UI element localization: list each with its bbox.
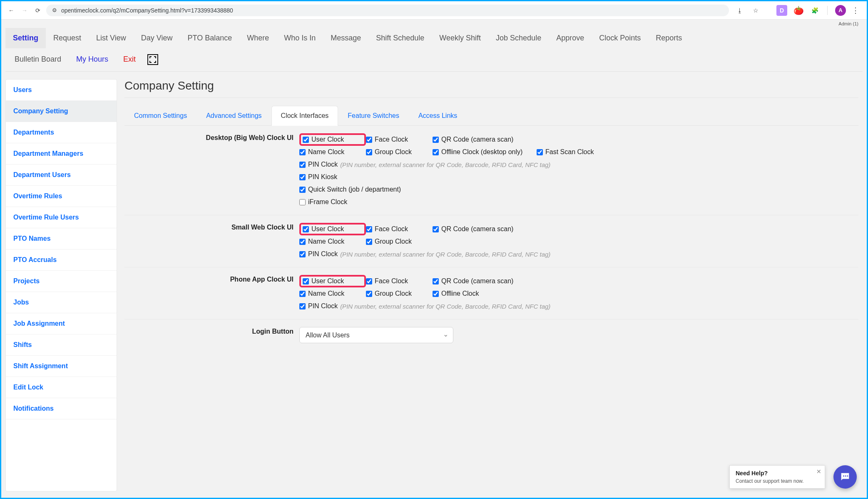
site-info-icon[interactable]: ⚙	[52, 7, 57, 13]
settings-sidebar: UsersCompany SettingDepartmentsDepartmen…	[5, 79, 117, 492]
nav-setting[interactable]: Setting	[5, 28, 46, 48]
sidebar-item-shift-assignment[interactable]: Shift Assignment	[6, 356, 117, 377]
help-title: Need Help?	[736, 470, 812, 477]
checkbox-face-clock[interactable]: Face Clock	[366, 223, 433, 235]
pin-clock-desc: (PIN number, external scanner for QR Cod…	[340, 251, 550, 258]
nav-who-is-in[interactable]: Who Is In	[276, 28, 323, 48]
sidebar-item-departments[interactable]: Departments	[6, 122, 117, 143]
sidebar-item-jobs[interactable]: Jobs	[6, 292, 117, 313]
nav-job-schedule[interactable]: Job Schedule	[488, 28, 549, 48]
bookmark-star-icon[interactable]: ☆	[751, 5, 761, 15]
checkbox-qr-code[interactable]: QR Code (camera scan)	[433, 275, 537, 287]
section-smallweb-clock: Small Web Clock UI User Clock Face Clock…	[124, 215, 858, 267]
nav-list-view[interactable]: List View	[89, 28, 134, 48]
svg-point-2	[847, 475, 848, 477]
tab-common-settings[interactable]: Common Settings	[124, 106, 196, 126]
sidebar-item-notifications[interactable]: Notifications	[6, 398, 117, 419]
checkbox-qr-code[interactable]: QR Code (camera scan)	[433, 133, 537, 146]
close-icon[interactable]: ✕	[816, 468, 821, 475]
checkbox-pin-kiosk[interactable]: PIN Kiosk	[299, 172, 337, 182]
admin-badge: Admin (1)	[5, 20, 863, 26]
nav-request[interactable]: Request	[46, 28, 89, 48]
checkbox-name-clock[interactable]: Name Clock	[299, 236, 366, 247]
checkbox-iframe-clock[interactable]: iFrame Clock	[299, 197, 347, 207]
nav-exit[interactable]: Exit	[116, 50, 143, 69]
section-login-button: Login Button Allow All Users	[124, 319, 858, 351]
browser-toolbar: ← → ⟳ ⚙ opentimeclock.com/q2/mCompanySet…	[1, 1, 867, 20]
checkbox-group-clock[interactable]: Group Clock	[366, 236, 433, 247]
checkbox-user-clock[interactable]: User Clock	[299, 275, 366, 287]
sidebar-item-pto-names[interactable]: PTO Names	[6, 228, 117, 250]
checkbox-name-clock[interactable]: Name Clock	[299, 288, 366, 299]
sidebar-item-overtime-rules[interactable]: Overtime Rules	[6, 186, 117, 207]
nav-pto-balance[interactable]: PTO Balance	[180, 28, 239, 48]
checkbox-face-clock[interactable]: Face Clock	[366, 133, 433, 146]
sidebar-item-department-users[interactable]: Department Users	[6, 165, 117, 186]
nav-shift-schedule[interactable]: Shift Schedule	[368, 28, 432, 48]
nav-message[interactable]: Message	[323, 28, 368, 48]
section-label: Phone App Clock UI	[124, 275, 299, 312]
sidebar-item-company-setting[interactable]: Company Setting	[6, 101, 117, 122]
checkbox-qr-code[interactable]: QR Code (camera scan)	[433, 223, 537, 235]
svg-point-0	[843, 475, 844, 477]
browser-menu-icon[interactable]: ⋮	[852, 6, 859, 15]
extension-d-icon[interactable]: D	[776, 5, 787, 16]
sidebar-item-overtime-rule-users[interactable]: Overtime Rule Users	[6, 207, 117, 228]
help-popup: ✕ Need Help? Contact our support team no…	[729, 465, 825, 489]
pin-clock-desc: (PIN number, external scanner for QR Cod…	[340, 161, 550, 168]
sidebar-item-department-managers[interactable]: Department Managers	[6, 143, 117, 165]
nav-weekly-shift[interactable]: Weekly Shift	[432, 28, 488, 48]
section-label: Small Web Clock UI	[124, 223, 299, 259]
tab-advanced-settings[interactable]: Advanced Settings	[196, 106, 271, 126]
nav-clock-points[interactable]: Clock Points	[592, 28, 648, 48]
install-app-icon[interactable]: ⭳	[735, 5, 745, 15]
address-bar[interactable]: ⚙ opentimeclock.com/q2/mCompanySetting.h…	[46, 5, 729, 16]
url-text: opentimeclock.com/q2/mCompanySetting.htm…	[61, 7, 233, 14]
checkbox-fast-scan-clock[interactable]: Fast Scan Clock	[537, 147, 620, 157]
nav-reports[interactable]: Reports	[648, 28, 689, 48]
checkbox-offline-clock[interactable]: Offline Clock	[433, 288, 537, 299]
section-phone-clock: Phone App Clock UI User Clock Face Clock…	[124, 267, 858, 319]
sidebar-item-job-assignment[interactable]: Job Assignment	[6, 313, 117, 334]
sidebar-item-projects[interactable]: Projects	[6, 271, 117, 292]
nav-where[interactable]: Where	[239, 28, 276, 48]
nav-bulletin-board[interactable]: Bulletin Board	[7, 50, 69, 69]
top-nav: SettingRequestList ViewDay ViewPTO Balan…	[5, 26, 863, 72]
nav-day-view[interactable]: Day View	[134, 28, 180, 48]
login-button-select-wrap: Allow All Users	[299, 327, 453, 343]
nav-approve[interactable]: Approve	[549, 28, 592, 48]
checkbox-group-clock[interactable]: Group Clock	[366, 288, 433, 299]
fullscreen-icon[interactable]	[147, 54, 158, 65]
checkbox-quick-switch[interactable]: Quick Switch (job / department)	[299, 184, 401, 195]
sidebar-item-pto-accruals[interactable]: PTO Accruals	[6, 250, 117, 271]
checkbox-group-clock[interactable]: Group Clock	[366, 147, 433, 157]
divider	[827, 6, 828, 15]
help-subtitle: Contact our support team now.	[736, 478, 812, 484]
tab-access-links[interactable]: Access Links	[409, 106, 467, 126]
tab-feature-switches[interactable]: Feature Switches	[338, 106, 409, 126]
checkbox-pin-clock[interactable]: PIN Clock	[299, 249, 338, 259]
profile-avatar[interactable]: A	[835, 5, 846, 16]
forward-icon[interactable]: →	[20, 5, 30, 15]
checkbox-pin-clock[interactable]: PIN Clock	[299, 301, 338, 312]
sidebar-item-edit-lock[interactable]: Edit Lock	[6, 377, 117, 398]
checkbox-pin-clock[interactable]: PIN Clock	[299, 159, 338, 170]
checkbox-user-clock[interactable]: User Clock	[299, 223, 366, 235]
checkbox-user-clock[interactable]: User Clock	[299, 133, 366, 146]
back-icon[interactable]: ←	[6, 5, 16, 15]
checkbox-name-clock[interactable]: Name Clock	[299, 147, 366, 157]
extension-tomato-icon[interactable]: 🍅	[793, 5, 804, 16]
nav-my-hours[interactable]: My Hours	[69, 50, 116, 69]
checkbox-face-clock[interactable]: Face Clock	[366, 275, 433, 287]
svg-point-1	[845, 475, 846, 477]
extensions-puzzle-icon[interactable]: 🧩	[810, 5, 820, 15]
pin-clock-desc: (PIN number, external scanner for QR Cod…	[340, 303, 550, 310]
chat-bubble-icon[interactable]	[833, 465, 857, 489]
sidebar-item-shifts[interactable]: Shifts	[6, 334, 117, 356]
reload-icon[interactable]: ⟳	[33, 5, 43, 15]
tab-clock-interfaces[interactable]: Clock Interfaces	[271, 106, 338, 126]
checkbox-offline-clock[interactable]: Offline Clock (desktop only)	[433, 147, 537, 157]
main-content: Company Setting Common SettingsAdvanced …	[124, 79, 863, 492]
sidebar-item-users[interactable]: Users	[6, 80, 117, 101]
login-button-select[interactable]: Allow All Users	[299, 327, 453, 343]
